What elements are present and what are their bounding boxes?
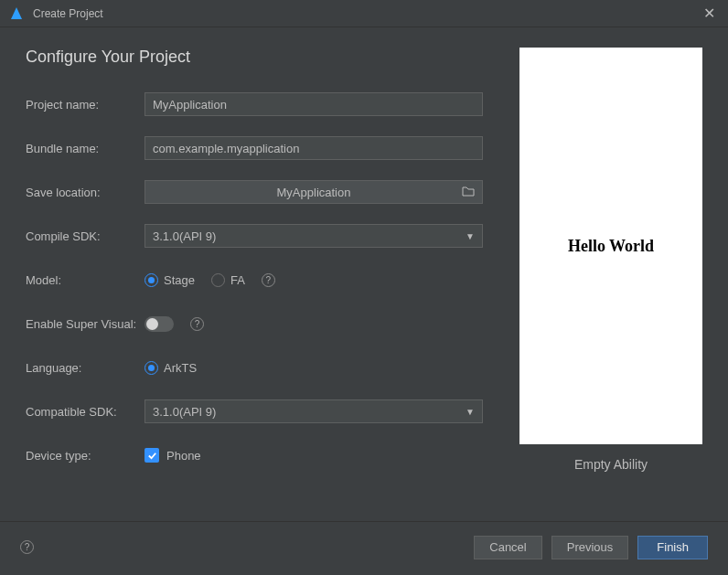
compile-sdk-value: 3.1.0(API 9) — [153, 229, 216, 243]
close-icon[interactable]: ✕ — [700, 5, 719, 22]
compatible-sdk-label: Compatible SDK: — [26, 405, 145, 419]
preview-caption: Empty Ability — [574, 457, 648, 472]
super-visual-label: Enable Super Visual: — [26, 317, 145, 331]
device-type-phone-label: Phone — [166, 449, 201, 463]
language-label: Language: — [26, 361, 145, 375]
window-title: Create Project — [33, 7, 700, 20]
cancel-button[interactable]: Cancel — [474, 536, 541, 559]
page-title: Configure Your Project — [26, 48, 501, 67]
compatible-sdk-value: 3.1.0(API 9) — [153, 405, 216, 419]
footer: ? Cancel Previous Finish — [0, 521, 728, 572]
preview-screen: Hello World — [519, 48, 702, 444]
titlebar: Create Project ✕ — [0, 0, 728, 27]
help-icon[interactable]: ? — [262, 273, 275, 287]
checkmark-icon — [147, 451, 157, 461]
model-radio-fa[interactable]: FA — [211, 273, 245, 287]
model-fa-label: FA — [230, 273, 245, 287]
app-logo-icon — [9, 6, 24, 21]
save-location-label: Save location: — [26, 186, 145, 199]
model-radio-stage[interactable]: Stage — [145, 273, 195, 287]
help-icon[interactable]: ? — [190, 317, 204, 331]
bundle-name-label: Bundle name: — [26, 142, 145, 155]
folder-icon[interactable] — [462, 186, 475, 199]
bundle-name-input[interactable] — [145, 136, 483, 160]
preview-text: Hello World — [568, 237, 654, 256]
radio-selected-icon — [145, 273, 158, 287]
finish-button[interactable]: Finish — [637, 536, 708, 559]
radio-selected-icon — [145, 361, 158, 375]
chevron-down-icon: ▼ — [466, 407, 475, 417]
radio-icon — [211, 273, 225, 287]
save-location-input[interactable]: MyApplication — [145, 180, 483, 204]
language-arkts-label: ArkTS — [164, 361, 197, 375]
compile-sdk-select[interactable]: 3.1.0(API 9) ▼ — [145, 224, 483, 248]
language-radio-arkts[interactable]: ArkTS — [145, 361, 197, 375]
device-type-checkbox-phone[interactable] — [145, 448, 159, 463]
device-type-label: Device type: — [26, 449, 145, 463]
chevron-down-icon: ▼ — [466, 231, 475, 241]
model-label: Model: — [26, 273, 145, 287]
compile-sdk-label: Compile SDK: — [26, 229, 145, 243]
compatible-sdk-select[interactable]: 3.1.0(API 9) ▼ — [145, 399, 483, 423]
project-name-input[interactable] — [145, 92, 483, 116]
super-visual-toggle[interactable] — [145, 316, 174, 332]
save-location-value: MyApplication — [277, 186, 351, 199]
help-icon[interactable]: ? — [20, 540, 34, 554]
project-name-label: Project name: — [26, 98, 145, 112]
previous-button[interactable]: Previous — [551, 536, 629, 559]
model-stage-label: Stage — [164, 273, 195, 287]
